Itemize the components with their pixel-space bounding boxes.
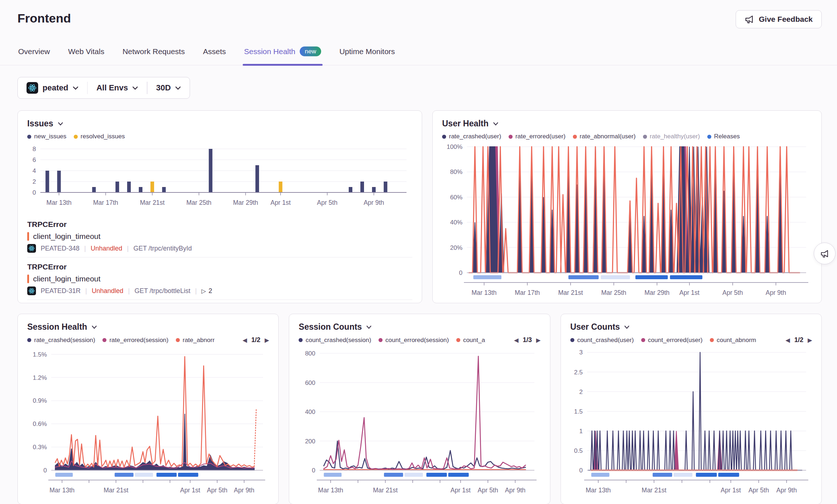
svg-text:2: 2: [33, 178, 36, 185]
legend-item[interactable]: Releases: [707, 133, 740, 140]
next-page-button[interactable]: ▶: [808, 337, 812, 344]
svg-text:Apr 5th: Apr 5th: [317, 199, 337, 206]
user-counts-chart[interactable]: 00.511.522.53Mar 13thMar 21stApr 1stApr …: [570, 346, 812, 496]
prev-page-button[interactable]: ◀: [243, 337, 247, 344]
replay-count[interactable]: ▷ 2: [202, 287, 212, 295]
svg-text:Mar 17th: Mar 17th: [93, 199, 118, 206]
svg-text:200: 200: [305, 438, 315, 445]
issue-message-link[interactable]: client_login_timeout: [33, 275, 101, 283]
legend-label: count_errored(user): [648, 337, 703, 344]
issue-row[interactable]: TRPCError client_login_timeout PEATED-34…: [27, 215, 412, 257]
legend-label: rate_healthy(user): [650, 133, 700, 140]
date-range-value: 30D: [156, 83, 171, 93]
svg-text:Apr 9th: Apr 9th: [765, 289, 786, 296]
tab-overview[interactable]: Overview: [17, 38, 51, 65]
legend-pager: ◀ 1/2 ▶: [243, 336, 269, 344]
issue-message-link[interactable]: client_login_timeout: [33, 232, 101, 241]
prev-page-button[interactable]: ◀: [786, 337, 790, 344]
svg-text:1.5%: 1.5%: [33, 351, 47, 358]
legend-item[interactable]: rate_crashed(session): [27, 337, 95, 344]
legend-item[interactable]: rate_abnormal(user): [573, 133, 636, 140]
legend-label: rate_errored(session): [109, 337, 169, 344]
issues-title-dropdown[interactable]: Issues: [27, 119, 412, 129]
legend-item[interactable]: rate_errored(user): [509, 133, 566, 140]
legend-item[interactable]: new_issues: [27, 133, 66, 140]
floating-feedback-button[interactable]: [814, 243, 836, 264]
give-feedback-label: Give Feedback: [759, 15, 813, 24]
issue-endpoint: GET /trpc/entityById: [133, 245, 192, 252]
svg-text:Apr 1st: Apr 1st: [180, 487, 201, 494]
give-feedback-button[interactable]: Give Feedback: [736, 10, 822, 28]
svg-text:0.6%: 0.6%: [33, 420, 47, 427]
session-counts-title-dropdown[interactable]: Session Counts: [299, 322, 540, 332]
user-counts-title-dropdown[interactable]: User Counts: [570, 322, 812, 332]
session-health-title-dropdown[interactable]: Session Health: [27, 322, 269, 332]
legend-dot-icon: [102, 338, 106, 342]
svg-text:1: 1: [579, 428, 582, 435]
legend-item[interactable]: count_a: [456, 337, 485, 344]
prev-page-button[interactable]: ◀: [514, 337, 519, 344]
environment-selector[interactable]: All Envs: [88, 83, 147, 93]
separator: |: [195, 287, 197, 295]
issue-row[interactable]: TRPCError client_login_timeout PEATED-31…: [27, 257, 412, 300]
legend-label: rate_crashed(user): [449, 133, 501, 140]
legend-item[interactable]: rate_errored(session): [102, 337, 169, 344]
svg-text:Mar 25th: Mar 25th: [186, 199, 211, 206]
legend-label: count_crashed(user): [577, 337, 634, 344]
svg-text:0.5: 0.5: [574, 447, 583, 454]
legend-label: Releases: [714, 133, 740, 140]
session-counts-chart[interactable]: 0200400600800Mar 13thMar 21stApr 1stApr …: [299, 346, 540, 496]
svg-text:60%: 60%: [450, 194, 462, 201]
legend-label: rate_abnormal(user): [580, 133, 636, 140]
svg-text:Mar 13th: Mar 13th: [318, 487, 343, 494]
issues-chart[interactable]: 02468Mar 13thMar 17thMar 21stMar 25thMar…: [27, 142, 412, 215]
legend-item[interactable]: resolved_issues: [74, 133, 125, 140]
legend-item[interactable]: rate_crashed(user): [442, 133, 501, 140]
next-page-button[interactable]: ▶: [265, 337, 269, 344]
tab-session-health[interactable]: Session Healthnew: [243, 38, 322, 65]
tab-assets[interactable]: Assets: [202, 38, 227, 65]
svg-text:Apr 9th: Apr 9th: [505, 487, 525, 494]
svg-text:Mar 13th: Mar 13th: [472, 289, 497, 296]
legend-dot-icon: [74, 135, 78, 139]
session-health-chart[interactable]: 00.3%0.6%0.9%1.2%1.5%Mar 13thMar 21stApr…: [27, 346, 269, 496]
svg-text:4: 4: [33, 167, 36, 174]
legend-dot-icon: [707, 135, 711, 139]
tab-web-vitals[interactable]: Web Vitals: [68, 38, 105, 65]
legend-item[interactable]: rate_abnorr: [176, 337, 215, 344]
svg-text:Mar 29th: Mar 29th: [233, 199, 258, 206]
tab-uptime-monitors[interactable]: Uptime Monitors: [339, 38, 396, 65]
chevron-down-icon: [92, 325, 97, 329]
user-health-title-dropdown[interactable]: User Health: [442, 119, 812, 129]
chevron-down-icon: [132, 86, 138, 90]
date-range-selector[interactable]: 30D: [147, 83, 190, 93]
svg-text:Mar 21st: Mar 21st: [558, 289, 583, 296]
react-project-icon: [27, 244, 36, 253]
legend-item[interactable]: count_errored(session): [379, 337, 449, 344]
svg-text:0: 0: [459, 269, 462, 276]
legend-item[interactable]: count_crashed(user): [570, 337, 634, 344]
legend-row: rate_crashed(session)rate_errored(sessio…: [27, 336, 269, 344]
chevron-down-icon: [493, 122, 498, 126]
new-badge: new: [300, 46, 321, 56]
user-health-chart[interactable]: 020%40%60%80%100%Mar 13thMar 17thMar 21s…: [442, 142, 812, 298]
legend-row: new_issuesresolved_issues: [27, 133, 412, 140]
project-selector[interactable]: peated: [18, 82, 87, 94]
tab-network-requests[interactable]: Network Requests: [122, 38, 186, 65]
svg-text:Mar 21st: Mar 21st: [140, 199, 165, 206]
svg-text:Mar 29th: Mar 29th: [644, 289, 670, 296]
svg-text:800: 800: [305, 350, 315, 357]
svg-text:Apr 5th: Apr 5th: [207, 487, 227, 494]
next-page-button[interactable]: ▶: [536, 337, 541, 344]
legend-item[interactable]: count_crashed(session): [299, 337, 371, 344]
legend-item[interactable]: count_abnorm: [710, 337, 756, 344]
svg-text:3: 3: [579, 349, 582, 356]
legend-item[interactable]: rate_healthy(user): [643, 133, 700, 140]
session-counts-panel: Session Counts count_crashed(session)cou…: [289, 314, 550, 504]
svg-text:0.9%: 0.9%: [33, 397, 47, 404]
legend-item[interactable]: count_errored(user): [641, 337, 703, 344]
svg-text:Mar 21st: Mar 21st: [642, 487, 666, 494]
legend-dot-icon: [27, 135, 31, 139]
environment-selector-value: All Envs: [96, 83, 128, 93]
separator: |: [85, 287, 87, 295]
